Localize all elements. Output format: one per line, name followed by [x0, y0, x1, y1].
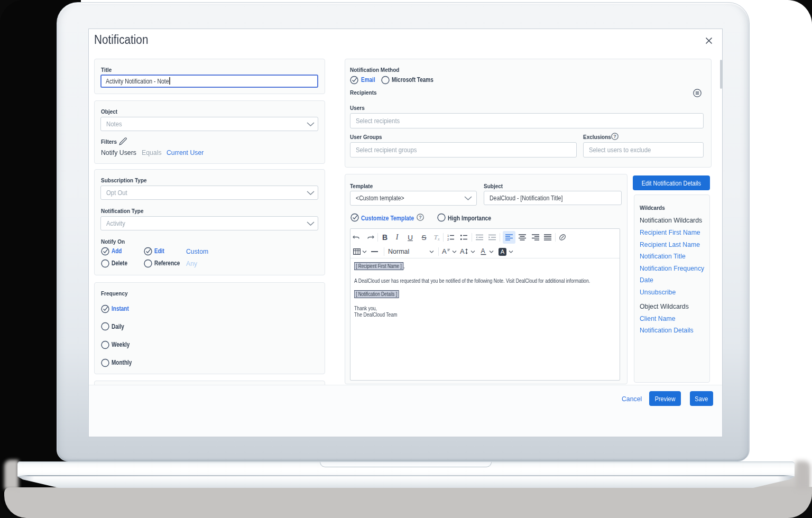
- svg-text:A: A: [460, 247, 465, 255]
- svg-text:A: A: [481, 247, 485, 255]
- svg-text:2: 2: [447, 238, 449, 241]
- svg-text:1: 1: [447, 234, 449, 237]
- svg-text:A: A: [442, 247, 447, 255]
